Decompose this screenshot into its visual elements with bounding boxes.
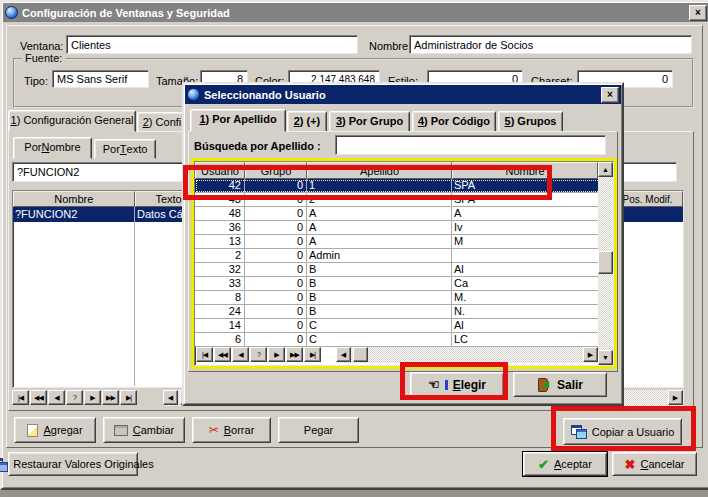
tab-por-codigo[interactable]: 4) Por Código <box>412 111 496 132</box>
cell-apellido: B <box>307 263 452 277</box>
nav-button[interactable]: ▶ <box>84 390 101 405</box>
agregar-button[interactable]: Agregar <box>14 417 96 443</box>
nav-button[interactable]: ▶ <box>268 347 285 362</box>
h-scrollbar[interactable]: ◀ ▶ <box>336 347 598 363</box>
col-header-apellido[interactable]: Apellido <box>307 162 452 179</box>
aceptar-label: Aceptar <box>554 458 592 470</box>
scroll-thumb[interactable] <box>598 251 613 274</box>
nav-button[interactable]: ◀ <box>48 390 65 405</box>
new-page-icon <box>27 424 38 437</box>
tab-configuracion-2[interactable]: 2) Confi <box>137 112 187 132</box>
user-row[interactable]: 20Admin <box>195 249 613 263</box>
elegir-button[interactable]: ☜ Elegir <box>410 372 504 397</box>
nombre-input[interactable] <box>409 35 692 54</box>
cell-nombre: SPA <box>452 193 613 207</box>
dialog-titlebar[interactable]: Seleccionando Usuario × <box>185 85 621 104</box>
copiar-label: Copiar a Usuario <box>592 426 675 438</box>
cell-apellido: 2 <box>307 193 452 207</box>
user-row[interactable]: 60CLC <box>195 333 613 347</box>
cell-apellido: C <box>307 333 452 347</box>
tab-por-grupo[interactable]: 3) Por Grupo <box>329 111 410 132</box>
cell-apellido: A <box>307 221 452 235</box>
cell-nombre: ?FUNCION2 <box>13 207 135 222</box>
ventana-input[interactable] <box>66 35 358 54</box>
elegir-label: Elegir <box>453 378 486 392</box>
user-table-frame: Usuario Grupo Apellido Nombre 4201SPA430… <box>191 158 617 369</box>
user-table-header: Usuario Grupo Apellido Nombre <box>195 162 613 179</box>
subtab-por-texto[interactable]: Por Texto <box>94 139 156 159</box>
nav-button[interactable]: ◀◀ <box>30 390 47 405</box>
dialog-title: Seleccionando Usuario <box>204 89 326 101</box>
scroll-up-icon[interactable]: ▲ <box>598 162 613 177</box>
restaurar-valores-button[interactable]: Restaurar Valores Originales <box>8 452 138 476</box>
user-row[interactable]: 80BM. <box>195 291 613 305</box>
cell-grupo: 0 <box>245 249 307 263</box>
user-row[interactable]: 320BAl <box>195 263 613 277</box>
col-header-nombre[interactable]: Nombre <box>452 162 598 179</box>
nav-button[interactable]: ▶| <box>304 347 321 362</box>
restore-icon <box>0 458 8 471</box>
col-header-grupo[interactable]: Grupo <box>245 162 307 179</box>
user-table[interactable]: Usuario Grupo Apellido Nombre 4201SPA430… <box>194 161 614 366</box>
cambiar-button[interactable]: Cambiar <box>103 417 185 443</box>
tipo-input[interactable] <box>52 70 149 88</box>
cell-grupo: 0 <box>245 235 307 249</box>
main-close-icon[interactable]: × <box>689 5 707 21</box>
user-row[interactable]: 4201SPA <box>195 179 613 193</box>
dialog-close-icon[interactable]: × <box>601 87 619 103</box>
col-header-usuario[interactable]: Usuario <box>195 162 245 179</box>
scroll-left-icon[interactable]: ◀ <box>163 390 178 405</box>
user-row[interactable]: 360AIv <box>195 221 613 235</box>
main-titlebar[interactable]: Configuración de Ventanas y Seguridad × <box>3 3 708 22</box>
nav-button[interactable]: ◀ <box>232 347 249 362</box>
cell-usuario: 42 <box>195 179 245 193</box>
borrar-button[interactable]: ✂ Borrar <box>192 417 271 443</box>
nav-button[interactable]: ▶▶ <box>102 390 119 405</box>
col-header-nombre[interactable]: Nombre <box>13 191 135 207</box>
nav-button[interactable]: |◀ <box>12 390 29 405</box>
pegar-button[interactable]: Pegar <box>278 417 359 443</box>
user-row[interactable]: 240BN. <box>195 305 613 319</box>
cell-nombre <box>452 249 613 263</box>
subtab-por-nombre[interactable]: Por Nombre <box>13 137 92 159</box>
dialog-navigator-row: |◀◀◀◀?▶▶▶▶| ◀ ▶ <box>195 347 598 364</box>
aceptar-button[interactable]: ✔ Aceptar <box>523 452 607 476</box>
ventana-label: Ventana: <box>20 40 63 52</box>
user-row[interactable]: 480AA <box>195 207 613 221</box>
v-scrollbar[interactable]: ▲ ▼ <box>598 162 613 365</box>
tab-grupos[interactable]: 5) Grupos <box>498 111 563 132</box>
nav-button[interactable]: ◀◀ <box>214 347 231 362</box>
scroll-right-icon[interactable]: ▶ <box>583 347 598 362</box>
busqueda-label: Búsqueda por Apellido : <box>194 140 321 152</box>
cell-grupo: 0 <box>245 277 307 291</box>
user-row[interactable]: 4302SPA <box>195 193 613 207</box>
scroll-right-icon[interactable]: ▶ <box>668 390 683 405</box>
restaurar-label: Restaurar Valores Originales <box>13 458 153 470</box>
cell-usuario: 8 <box>195 291 245 305</box>
user-row[interactable]: 130AM <box>195 235 613 249</box>
pegar-label: Pegar <box>304 424 333 436</box>
cancelar-button[interactable]: ✖ Cancelar <box>612 452 697 476</box>
nav-button[interactable]: ▶| <box>120 390 137 405</box>
cell-usuario: 48 <box>195 207 245 221</box>
user-row[interactable]: 140CAl <box>195 319 613 333</box>
nav-button[interactable]: ▶▶ <box>286 347 303 362</box>
nav-button[interactable]: ? <box>66 390 83 405</box>
nav-button[interactable]: |◀ <box>196 347 213 362</box>
tab-por-apellido[interactable]: 1) Por Apellido <box>190 109 286 132</box>
user-row[interactable]: 330BCa <box>195 277 613 291</box>
copy-user-icon <box>571 425 587 438</box>
cell-usuario: 2 <box>195 249 245 263</box>
copiar-a-usuario-button[interactable]: Copiar a Usuario <box>563 418 682 445</box>
select-user-dialog: Seleccionando Usuario × 1) Por Apellido … <box>182 82 624 406</box>
tab-configuracion-general[interactable]: 1) Configuración General <box>8 110 136 132</box>
nav-button[interactable]: ? <box>250 347 267 362</box>
cell-nombre: Al <box>452 319 613 333</box>
scroll-down-icon[interactable]: ▼ <box>598 350 613 365</box>
scroll-left-icon[interactable]: ◀ <box>336 347 351 362</box>
scroll-thumb[interactable] <box>353 347 368 362</box>
pointing-hand-icon: ☜ <box>428 378 440 391</box>
busqueda-input[interactable] <box>335 135 606 155</box>
tab-mas[interactable]: 2) (+) <box>287 111 327 132</box>
salir-button[interactable]: ◀ Salir <box>513 372 607 397</box>
